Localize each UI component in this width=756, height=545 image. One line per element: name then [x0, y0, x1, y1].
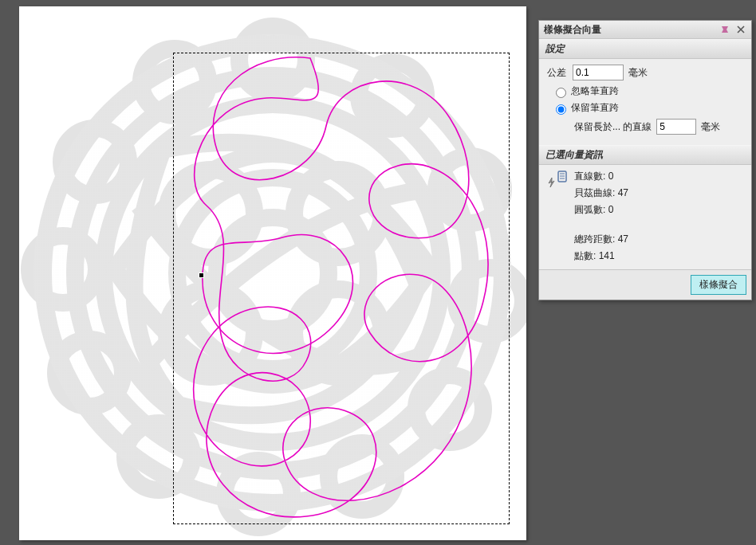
total-span-value: 47	[618, 233, 628, 245]
tolerance-unit: 毫米	[628, 66, 648, 80]
pin-icon[interactable]	[719, 24, 730, 35]
workspace: 樣條擬合向量 設定 公差 毫米 忽略筆直跨 保留筆直跨	[0, 0, 756, 545]
svg-point-17	[177, 178, 368, 369]
svg-point-8	[456, 268, 523, 335]
panel-footer: 樣條擬合	[539, 269, 751, 300]
svg-point-7	[436, 156, 503, 223]
spline-fit-panel: 樣條擬合向量 設定 公差 毫米 忽略筆直跨 保留筆直跨	[538, 20, 752, 300]
arc-count-value: 0	[608, 204, 614, 215]
radio-keep-straight[interactable]	[556, 104, 566, 115]
radio-ignore-label: 忽略筆直跨	[571, 84, 619, 98]
tolerance-label: 公差	[547, 66, 569, 80]
radio-ignore-straight[interactable]	[556, 88, 566, 98]
svg-point-13	[56, 339, 123, 406]
svg-point-21	[167, 289, 254, 377]
panel-titlebar[interactable]: 樣條擬合向量	[539, 21, 751, 39]
svg-point-23	[33, 34, 512, 512]
svg-point-15	[61, 128, 128, 195]
keep-length-label: 保留長於... 的直線	[574, 120, 652, 134]
svg-point-10	[329, 443, 396, 510]
selection-handle[interactable]	[199, 272, 204, 278]
spline-fit-button[interactable]: 樣條擬合	[691, 275, 746, 295]
svg-point-5	[239, 26, 306, 93]
keep-length-unit: 毫米	[701, 120, 720, 134]
keep-length-input[interactable]	[656, 119, 696, 135]
bezier-count-label: 貝茲曲線:	[574, 187, 615, 198]
svg-point-6	[359, 62, 426, 129]
canvas-area[interactable]	[19, 6, 526, 540]
lines-count-label: 直線數:	[574, 171, 605, 182]
section-info-header: 已選向量資訊	[539, 145, 751, 165]
svg-point-9	[416, 375, 483, 442]
selected-vector[interactable]	[19, 6, 526, 540]
bezier-count-value: 47	[618, 187, 628, 198]
section-info-body: 直線數: 0 貝茲曲線: 47 圓弧數: 0 總跨距數: 47 點數: 141	[539, 165, 751, 269]
points-count-label: 點數:	[574, 250, 596, 261]
selection-marquee	[173, 53, 510, 524]
points-count-value: 141	[599, 250, 615, 261]
svg-point-16	[141, 49, 208, 116]
svg-point-11	[225, 461, 292, 527]
section-settings-header: 設定	[539, 39, 751, 59]
svg-point-4	[104, 104, 442, 442]
total-span-label: 總跨距數:	[574, 233, 615, 245]
tolerance-input[interactable]	[573, 65, 624, 80]
svg-point-12	[125, 423, 192, 490]
arc-count-label: 圓弧數:	[574, 204, 605, 215]
artwork-background	[19, 6, 526, 540]
lines-count-value: 0	[608, 171, 614, 182]
svg-point-18	[217, 218, 329, 329]
vector-info-icon	[547, 170, 569, 192]
section-settings-body: 公差 毫米 忽略筆直跨 保留筆直跨 保留長於... 的直線 毫米	[539, 59, 751, 145]
svg-point-22	[294, 289, 382, 377]
drawing-canvas[interactable]	[19, 6, 526, 540]
svg-point-19	[167, 170, 254, 257]
svg-point-20	[294, 170, 382, 257]
svg-point-14	[30, 236, 96, 303]
close-icon[interactable]	[735, 24, 746, 35]
panel-title-text: 樣條擬合向量	[544, 23, 715, 37]
svg-point-2	[43, 44, 502, 503]
svg-point-3	[75, 76, 471, 471]
radio-keep-label: 保留筆直跨	[571, 101, 619, 115]
